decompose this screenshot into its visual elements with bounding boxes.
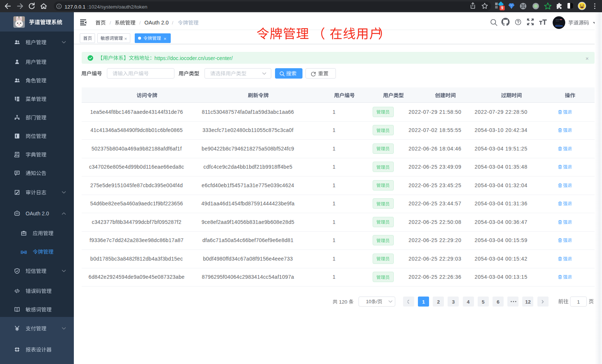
- svg-text:120: 120: [339, 299, 347, 304]
- svg-text:10: 10: [366, 299, 371, 304]
- svg-text:((a)): ((a)): [21, 250, 27, 254]
- svg-text:/: /: [376, 299, 377, 304]
